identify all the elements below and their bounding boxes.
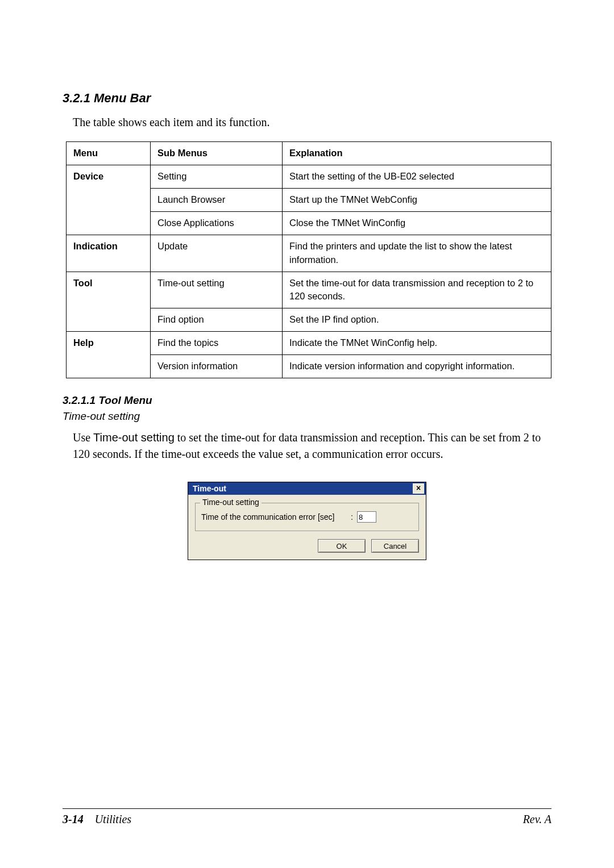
dialog-title: Time-out xyxy=(193,484,226,493)
footer-left: 3-14 Utilities xyxy=(63,813,131,826)
th-menu: Menu xyxy=(67,142,151,165)
section-heading: 3.2.1 Menu Bar xyxy=(63,91,551,106)
table-row: Indication Update Find the printers and … xyxy=(67,235,551,272)
cell-sub: Close Applications xyxy=(151,211,283,235)
cell-exp: Indicate version information and copyrig… xyxy=(283,355,551,378)
cell-menu: Help xyxy=(67,332,151,378)
field-colon: : xyxy=(350,512,354,521)
field-row: Time of the communication error [sec] : xyxy=(201,511,413,523)
cell-menu: Device xyxy=(67,165,151,235)
cell-sub: Setting xyxy=(151,165,283,188)
dialog-buttons: OK Cancel xyxy=(195,539,419,553)
ok-button[interactable]: OK xyxy=(318,539,366,553)
cell-exp: Find the printers and update the list to… xyxy=(283,235,551,272)
cell-exp: Set the IP find option. xyxy=(283,308,551,332)
subsub-heading: Time-out setting xyxy=(63,410,551,423)
footer-section: Utilities xyxy=(95,813,131,825)
footer-page-number: 3-14 xyxy=(63,813,84,825)
table-row: Help Find the topics Indicate the TMNet … xyxy=(67,332,551,355)
cell-exp: Close the TMNet WinConfig xyxy=(283,211,551,235)
subsection-heading: 3.2.1.1 Tool Menu xyxy=(63,394,551,407)
fieldset-legend: Time-out setting xyxy=(200,498,262,507)
timeout-input[interactable] xyxy=(357,511,376,523)
para-term: Time-out setting xyxy=(93,431,175,444)
close-icon[interactable]: × xyxy=(413,483,424,494)
page: 3.2.1 Menu Bar The table shows each item… xyxy=(0,0,614,868)
dialog-titlebar: Time-out × xyxy=(188,482,426,495)
cell-menu: Tool xyxy=(67,272,151,332)
timeout-dialog: Time-out × Time-out setting Time of the … xyxy=(188,482,426,560)
cell-exp: Indicate the TMNet WinConfig help. xyxy=(283,332,551,355)
th-exp: Explanation xyxy=(283,142,551,165)
intro-text: The table shows each item and its functi… xyxy=(73,116,551,129)
cancel-button[interactable]: Cancel xyxy=(371,539,419,553)
cell-sub: Version information xyxy=(151,355,283,378)
table-row: Tool Time-out setting Set the time-out f… xyxy=(67,272,551,308)
timeout-paragraph: Use Time-out setting to set the time-out… xyxy=(73,429,550,462)
table-header-row: Menu Sub Menus Explanation xyxy=(67,142,551,165)
cell-sub: Update xyxy=(151,235,283,272)
cell-exp: Start the setting of the UB-E02 selected xyxy=(283,165,551,188)
cell-exp: Set the time-out for data transmission a… xyxy=(283,272,551,308)
cell-sub: Time-out setting xyxy=(151,272,283,308)
th-sub: Sub Menus xyxy=(151,142,283,165)
menu-bar-table: Menu Sub Menus Explanation Device Settin… xyxy=(66,141,551,378)
cell-exp: Start up the TMNet WebConfig xyxy=(283,188,551,211)
cell-sub: Find option xyxy=(151,308,283,332)
table-row: Device Setting Start the setting of the … xyxy=(67,165,551,188)
footer-rev: Rev. A xyxy=(523,813,551,826)
cell-sub: Launch Browser xyxy=(151,188,283,211)
dialog-body: Time-out setting Time of the communicati… xyxy=(188,495,426,560)
page-footer: 3-14 Utilities Rev. A xyxy=(63,813,551,826)
cell-menu: Indication xyxy=(67,235,151,272)
footer-rule xyxy=(63,808,551,809)
timeout-fieldset: Time-out setting Time of the communicati… xyxy=(195,503,419,531)
para-pre: Use xyxy=(73,431,93,444)
field-label: Time of the communication error [sec] xyxy=(201,512,347,521)
cell-sub: Find the topics xyxy=(151,332,283,355)
